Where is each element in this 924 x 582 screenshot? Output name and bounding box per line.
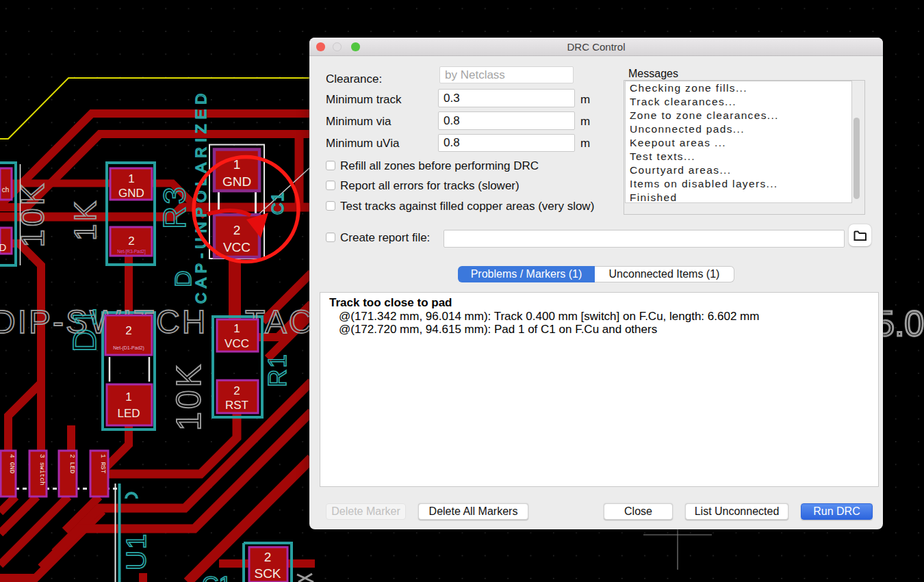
- svg-text:D: D: [0, 241, 7, 253]
- svg-text:LED: LED: [117, 407, 140, 420]
- svg-text:1: 1: [233, 322, 240, 335]
- svg-text:2: 2: [233, 223, 241, 237]
- svg-text:3 switch: 3 switch: [38, 454, 46, 486]
- svg-text:VCC: VCC: [223, 240, 251, 254]
- svg-text:2: 2: [233, 384, 240, 397]
- svg-text:GND: GND: [222, 174, 251, 189]
- svg-text:DIP-SWITCH: DIP-SWITCH: [0, 304, 207, 340]
- svg-text:D: D: [170, 270, 196, 287]
- svg-text:1: 1: [128, 172, 134, 185]
- svg-text:2: 2: [128, 235, 134, 248]
- svg-text:R3: R3: [157, 185, 192, 229]
- svg-text:R1: R1: [264, 353, 292, 387]
- svg-text:VCC: VCC: [224, 337, 249, 350]
- svg-text:GND: GND: [118, 187, 144, 200]
- svg-text:Net-[R3-Pad2]: Net-[R3-Pad2]: [117, 249, 146, 254]
- svg-text:2: 2: [125, 324, 131, 337]
- svg-text:1 RST: 1 RST: [99, 454, 107, 474]
- svg-text:10K: 10K: [170, 362, 208, 431]
- svg-text:ch: ch: [2, 186, 10, 194]
- svg-text:D1: D1: [66, 306, 103, 352]
- svg-text:2: 2: [264, 550, 272, 564]
- svg-text:1: 1: [125, 391, 131, 404]
- svg-text:Net-(D1-Pad2): Net-(D1-Pad2): [113, 345, 144, 351]
- svg-text:SCK: SCK: [254, 566, 281, 581]
- svg-text:C1: C1: [268, 191, 287, 215]
- svg-text:2 LED: 2 LED: [68, 454, 76, 474]
- svg-text:1K: 1K: [68, 198, 102, 241]
- svg-text:U1: U1: [121, 533, 151, 570]
- svg-text:RST: RST: [225, 399, 248, 412]
- svg-text:4 GND: 4 GND: [8, 454, 16, 474]
- svg-text:C1: C1: [202, 571, 231, 582]
- svg-text:10K: 10K: [14, 181, 51, 248]
